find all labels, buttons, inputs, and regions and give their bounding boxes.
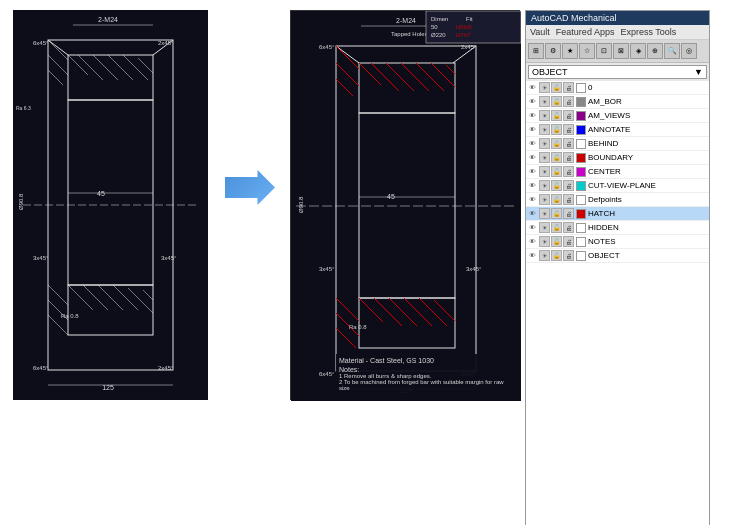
layer-item[interactable]: 👁 ☀ 🔓 🖨 HATCH <box>526 207 709 221</box>
dropdown-arrow-icon[interactable]: ▼ <box>694 67 703 77</box>
left-drawing-canvas: 2-M24 6x45° 2x45° <box>13 10 208 400</box>
layer-print-icon[interactable]: 🖨 <box>563 152 574 163</box>
toolbar-btn-9[interactable]: 🔍 <box>664 43 680 59</box>
layer-lock-icon[interactable]: 🔓 <box>551 250 562 261</box>
layer-freeze-icon[interactable]: ☀ <box>539 180 550 191</box>
layer-item[interactable]: 👁 ☀ 🔓 🖨 CUT-VIEW-PLANE <box>526 179 709 193</box>
object-select-value: OBJECT <box>532 67 568 77</box>
toolbar-btn-7[interactable]: ◈ <box>630 43 646 59</box>
layer-print-icon[interactable]: 🖨 <box>563 194 574 205</box>
toolbar-btn-10[interactable]: ◎ <box>681 43 697 59</box>
layer-item[interactable]: 👁 ☀ 🔓 🖨 OBJECT <box>526 249 709 263</box>
layer-freeze-icon[interactable]: ☀ <box>539 250 550 261</box>
layer-visibility-icon[interactable]: 👁 <box>529 168 536 175</box>
layer-visibility-icon[interactable]: 👁 <box>529 112 536 119</box>
layer-freeze-icon[interactable]: ☀ <box>539 208 550 219</box>
layer-lock-icon[interactable]: 🔓 <box>551 194 562 205</box>
layer-freeze-icon[interactable]: ☀ <box>539 124 550 135</box>
layer-icons-group: ☀ 🔓 🖨 <box>539 124 574 135</box>
layer-lock-icon[interactable]: 🔓 <box>551 236 562 247</box>
layer-name-label: CENTER <box>588 167 706 176</box>
menubar[interactable]: Vault Featured Apps Express Tools <box>526 25 709 40</box>
layer-freeze-icon[interactable]: ☀ <box>539 82 550 93</box>
left-cad-drawing: 2-M24 6x45° 2x45° <box>13 10 208 400</box>
layer-freeze-icon[interactable]: ☀ <box>539 138 550 149</box>
layer-icons-group: ☀ 🔓 🖨 <box>539 180 574 191</box>
layer-visibility-icon[interactable]: 👁 <box>529 252 536 259</box>
layer-color-swatch <box>576 153 586 163</box>
layer-item[interactable]: 👁 ☀ 🔓 🖨 AM_VIEWS <box>526 109 709 123</box>
layer-item[interactable]: 👁 ☀ 🔓 🖨 BEHIND <box>526 137 709 151</box>
layer-lock-icon[interactable]: 🔓 <box>551 82 562 93</box>
layer-visibility-icon[interactable]: 👁 <box>529 182 536 189</box>
layer-lock-icon[interactable]: 🔓 <box>551 222 562 233</box>
layer-print-icon[interactable]: 🖨 <box>563 166 574 177</box>
toolbar-btn-6[interactable]: ⊠ <box>613 43 629 59</box>
layer-lock-icon[interactable]: 🔓 <box>551 166 562 177</box>
menu-featured[interactable]: Featured Apps <box>556 27 615 37</box>
layer-item[interactable]: 👁 ☀ 🔓 🖨 ANNOTATE <box>526 123 709 137</box>
layer-lock-icon[interactable]: 🔓 <box>551 124 562 135</box>
layer-freeze-icon[interactable]: ☀ <box>539 152 550 163</box>
layer-freeze-icon[interactable]: ☀ <box>539 110 550 121</box>
layer-item[interactable]: 👁 ☀ 🔓 🖨 AM_BOR <box>526 95 709 109</box>
layer-color-swatch <box>576 209 586 219</box>
toolbar-btn-2[interactable]: ⚙ <box>545 43 561 59</box>
layer-print-icon[interactable]: 🖨 <box>563 250 574 261</box>
layer-lock-icon[interactable]: 🔓 <box>551 138 562 149</box>
toolbar-btn-1[interactable]: ⊞ <box>528 43 544 59</box>
menu-vault[interactable]: Vault <box>530 27 550 37</box>
layer-visibility-icon[interactable]: 👁 <box>529 140 536 147</box>
layer-visibility-icon[interactable]: 👁 <box>529 238 536 245</box>
svg-text:H5/s5: H5/s5 <box>456 24 472 30</box>
layer-item[interactable]: 👁 ☀ 🔓 🖨 BOUNDARY <box>526 151 709 165</box>
layer-visibility-icon[interactable]: 👁 <box>529 210 536 217</box>
layer-item[interactable]: 👁 ☀ 🔓 🖨 0 <box>526 81 709 95</box>
layer-icons-group: ☀ 🔓 🖨 <box>539 152 574 163</box>
layer-visibility-icon[interactable]: 👁 <box>529 154 536 161</box>
layer-lock-icon[interactable]: 🔓 <box>551 152 562 163</box>
layer-freeze-icon[interactable]: ☀ <box>539 236 550 247</box>
layer-item[interactable]: 👁 ☀ 🔓 🖨 CENTER <box>526 165 709 179</box>
layer-freeze-icon[interactable]: ☀ <box>539 96 550 107</box>
toolbar-btn-8[interactable]: ⊕ <box>647 43 663 59</box>
layer-print-icon[interactable]: 🖨 <box>563 124 574 135</box>
toolbar-btn-3[interactable]: ★ <box>562 43 578 59</box>
layer-name-label: Defpoints <box>588 195 706 204</box>
layer-lock-icon[interactable]: 🔓 <box>551 110 562 121</box>
menu-express[interactable]: Express Tools <box>620 27 676 37</box>
layer-visibility-icon[interactable]: 👁 <box>529 126 536 133</box>
object-select-row[interactable]: OBJECT ▼ <box>528 65 707 79</box>
layer-item[interactable]: 👁 ☀ 🔓 🖨 Defpoints <box>526 193 709 207</box>
layer-visibility-icon[interactable]: 👁 <box>529 98 536 105</box>
svg-text:Ø90.8: Ø90.8 <box>298 196 304 213</box>
layer-print-icon[interactable]: 🖨 <box>563 222 574 233</box>
layer-item[interactable]: 👁 ☀ 🔓 🖨 HIDDEN <box>526 221 709 235</box>
toolbar-btn-4[interactable]: ☆ <box>579 43 595 59</box>
layer-print-icon[interactable]: 🖨 <box>563 138 574 149</box>
layer-lock-icon[interactable]: 🔓 <box>551 96 562 107</box>
layer-item[interactable]: 👁 ☀ 🔓 🖨 NOTES <box>526 235 709 249</box>
layer-freeze-icon[interactable]: ☀ <box>539 222 550 233</box>
layer-freeze-icon[interactable]: ☀ <box>539 194 550 205</box>
layer-lock-icon[interactable]: 🔓 <box>551 208 562 219</box>
layer-visibility-icon[interactable]: 👁 <box>529 224 536 231</box>
layer-icons-group: ☀ 🔓 🖨 <box>539 208 574 219</box>
layer-color-swatch <box>576 237 586 247</box>
layer-name-label: BOUNDARY <box>588 153 706 162</box>
layer-color-swatch <box>576 181 586 191</box>
layer-visibility-icon[interactable]: 👁 <box>529 84 536 91</box>
layer-print-icon[interactable]: 🖨 <box>563 82 574 93</box>
svg-text:3x45°: 3x45° <box>319 266 335 272</box>
toolbar-btn-5[interactable]: ⊡ <box>596 43 612 59</box>
layer-print-icon[interactable]: 🖨 <box>563 236 574 247</box>
layer-print-icon[interactable]: 🖨 <box>563 96 574 107</box>
layer-icons-group: ☀ 🔓 🖨 <box>539 250 574 261</box>
layer-lock-icon[interactable]: 🔓 <box>551 180 562 191</box>
layer-print-icon[interactable]: 🖨 <box>563 180 574 191</box>
layer-print-icon[interactable]: 🖨 <box>563 110 574 121</box>
layer-visibility-icon[interactable]: 👁 <box>529 196 536 203</box>
layer-name-label: 0 <box>588 83 706 92</box>
layer-print-icon[interactable]: 🖨 <box>563 208 574 219</box>
layer-freeze-icon[interactable]: ☀ <box>539 166 550 177</box>
